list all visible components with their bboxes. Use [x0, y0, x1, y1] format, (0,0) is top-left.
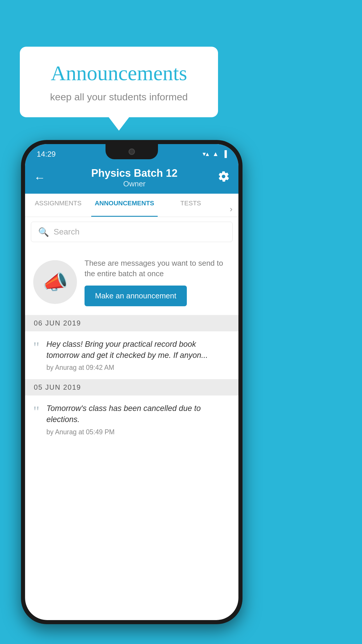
speech-bubble: Announcements keep all your students inf… [20, 47, 218, 117]
tab-bar: ASSIGNMENTS ANNOUNCEMENTS TESTS › [25, 194, 238, 217]
phone-mockup: 14:29 ▾▴ ▲ ▐ ← Physics Batch 12 Owner [21, 140, 242, 624]
promo-description: These are messages you want to send to t… [85, 258, 230, 279]
phone-content: 14:29 ▾▴ ▲ ▐ ← Physics Batch 12 Owner [25, 144, 238, 620]
announcement-text-1: Hey class! Bring your practical record b… [46, 339, 230, 361]
bubble-subtitle: keep all your students informed [37, 91, 201, 103]
announcement-item-1[interactable]: " Hey class! Bring your practical record… [25, 331, 238, 379]
make-announcement-button[interactable]: Make an announcement [85, 286, 187, 306]
tab-more-icon[interactable]: › [224, 204, 238, 217]
announcement-item-2[interactable]: " Tomorrow's class has been cancelled du… [25, 396, 238, 444]
phone-notch [106, 144, 158, 159]
search-box[interactable]: 🔍 Search [31, 222, 233, 242]
batch-subtitle: Owner [51, 179, 217, 188]
search-container: 🔍 Search [25, 217, 238, 247]
scrollable-content: 🔍 Search 📣 These are messages you want t… [25, 217, 238, 620]
announcement-meta-2: by Anurag at 05:49 PM [46, 428, 115, 436]
gear-icon [217, 170, 230, 183]
app-bar-title-container: Physics Batch 12 Owner [51, 167, 217, 188]
announcement-content-2: Tomorrow's class has been cancelled due … [46, 403, 230, 436]
quote-icon-2: " [33, 404, 39, 419]
tab-tests[interactable]: TESTS [158, 194, 224, 217]
status-time: 14:29 [37, 150, 56, 159]
bubble-title: Announcements [37, 61, 201, 85]
wifi-icon: ▾▴ [203, 150, 209, 158]
app-bar: ← Physics Batch 12 Owner [25, 162, 238, 194]
phone-screen: 14:29 ▾▴ ▲ ▐ ← Physics Batch 12 Owner [25, 144, 238, 620]
signal-icon: ▲ [212, 150, 219, 158]
megaphone-icon: 📣 [43, 270, 68, 294]
battery-icon: ▐ [222, 150, 227, 158]
promo-right: These are messages you want to send to t… [85, 258, 230, 306]
status-icons: ▾▴ ▲ ▐ [203, 150, 227, 158]
speech-bubble-container: Announcements keep all your students inf… [20, 47, 218, 117]
promo-card: 📣 These are messages you want to send to… [25, 249, 238, 315]
phone-outer: 14:29 ▾▴ ▲ ▐ ← Physics Batch 12 Owner [21, 140, 242, 624]
announcement-content-1: Hey class! Bring your practical record b… [46, 339, 230, 372]
settings-button[interactable] [217, 170, 230, 185]
camera [129, 148, 135, 155]
tab-assignments[interactable]: ASSIGNMENTS [25, 194, 91, 217]
tab-announcements[interactable]: ANNOUNCEMENTS [91, 194, 157, 217]
batch-title: Physics Batch 12 [51, 167, 217, 179]
announcement-text-2: Tomorrow's class has been cancelled due … [46, 403, 230, 425]
promo-icon-circle: 📣 [33, 260, 77, 304]
date-divider-1: 06 JUN 2019 [25, 315, 238, 331]
search-icon: 🔍 [38, 227, 49, 237]
announcement-meta-1: by Anurag at 09:42 AM [46, 364, 114, 371]
search-placeholder: Search [54, 227, 80, 237]
back-button[interactable]: ← [34, 171, 45, 184]
quote-icon-1: " [33, 340, 39, 355]
date-divider-2: 05 JUN 2019 [25, 379, 238, 396]
